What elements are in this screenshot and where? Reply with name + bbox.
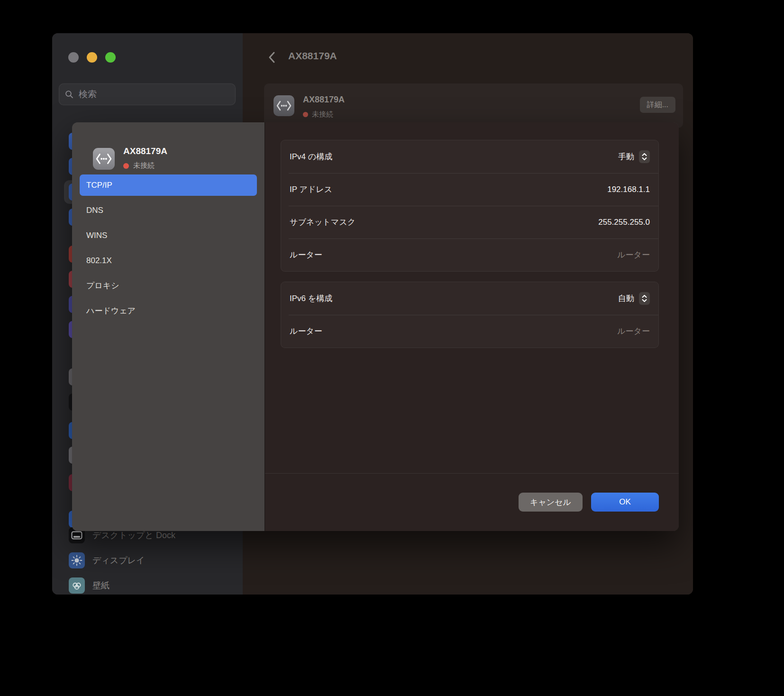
- subnet-mask-row: サブネットマスク 255.255.255.0: [281, 206, 658, 238]
- sidebar-item-label: デスクトップと Dock: [92, 530, 175, 541]
- chevron-left-icon: [268, 51, 275, 64]
- device-status: 未接続: [123, 161, 155, 170]
- device-name: AX88179A: [123, 146, 167, 156]
- details-button[interactable]: 詳細...: [640, 97, 675, 113]
- tcpip-settings-sheet: AX88179A 未接続 TCP/IP DNS WINS 802.1X プロキシ…: [72, 122, 679, 531]
- search-field[interactable]: [59, 83, 236, 105]
- zoom-window-button[interactable]: [105, 52, 116, 63]
- status-text: 未接続: [312, 110, 333, 119]
- ok-button[interactable]: OK: [591, 493, 659, 512]
- ipv6-configure-select[interactable]: 自動: [618, 292, 650, 305]
- popup-stepper-icon: [639, 292, 650, 305]
- display-brightness-icon: [69, 552, 85, 568]
- ipv4-configure-row: IPv4 の構成 手動: [281, 140, 658, 173]
- sheet-nav: TCP/IP DNS WINS 802.1X プロキシ ハードウェア: [80, 174, 257, 325]
- tab-proxies[interactable]: プロキシ: [80, 275, 257, 296]
- ipv4-configure-select[interactable]: 手動: [618, 150, 650, 163]
- wallpaper-icon: [69, 577, 85, 594]
- interface-card: AX88179A 未接続 詳細...: [264, 83, 683, 128]
- sheet-content: IPv4 の構成 手動 IP アドレス: [265, 122, 679, 531]
- ethernet-adapter-icon: [273, 95, 294, 116]
- window-controls: [68, 52, 116, 63]
- sheet-sidebar: AX88179A 未接続 TCP/IP DNS WINS 802.1X プロキシ…: [72, 122, 265, 531]
- ethernet-adapter-icon: [93, 148, 115, 170]
- ipv6-router-row: ルーター ルーター: [281, 315, 658, 348]
- subnet-mask-field[interactable]: 255.255.255.0: [598, 218, 650, 227]
- sidebar-bottom-rows: デスクトップと Dock ディスプレイ: [52, 522, 243, 595]
- tab-dns[interactable]: DNS: [80, 200, 257, 221]
- sheet-footer: キャンセル OK: [265, 473, 679, 531]
- ipv6-router-label: ルーター: [290, 326, 322, 337]
- cancel-button[interactable]: キャンセル: [519, 493, 583, 512]
- ipv6-router-field[interactable]: ルーター: [617, 326, 650, 337]
- status-dot-icon: [303, 112, 308, 117]
- status-text: 未接続: [133, 161, 155, 170]
- tab-tcpip[interactable]: TCP/IP: [80, 174, 257, 196]
- system-settings-window: デスクトップと Dock ディスプレイ: [52, 33, 693, 595]
- tab-wins[interactable]: WINS: [80, 225, 257, 246]
- sidebar-item-display[interactable]: ディスプレイ: [52, 548, 243, 573]
- status-dot-icon: [123, 163, 129, 169]
- sidebar-item-wallpaper[interactable]: 壁紙: [52, 573, 243, 595]
- ipv4-configure-label: IPv4 の構成: [290, 151, 332, 162]
- interface-name: AX88179A: [303, 95, 345, 105]
- back-button[interactable]: [264, 49, 279, 65]
- ipv6-configure-row: IPv6 を構成 自動: [281, 282, 658, 315]
- ipv4-router-field[interactable]: ルーター: [617, 249, 650, 260]
- popup-stepper-icon: [639, 150, 650, 163]
- ip-address-field[interactable]: 192.168.1.1: [607, 185, 650, 194]
- sidebar-item-label: ディスプレイ: [92, 555, 145, 566]
- tab-hardware[interactable]: ハードウェア: [80, 300, 257, 321]
- tab-8021x[interactable]: 802.1X: [80, 250, 257, 271]
- ipv4-configure-value: 手動: [618, 151, 634, 162]
- sidebar-item-label: 壁紙: [92, 580, 109, 591]
- page-title: AX88179A: [288, 50, 337, 62]
- search-input[interactable]: [78, 89, 229, 100]
- ipv4-router-row: ルーター ルーター: [281, 238, 658, 271]
- search-icon: [65, 90, 73, 99]
- minimize-window-button[interactable]: [87, 52, 97, 63]
- ip-address-label: IP アドレス: [290, 184, 332, 195]
- interface-status: 未接続: [303, 110, 333, 119]
- close-window-button[interactable]: [68, 52, 79, 63]
- subnet-mask-label: サブネットマスク: [290, 217, 356, 228]
- ipv4-router-label: ルーター: [290, 249, 322, 260]
- ip-address-row: IP アドレス 192.168.1.1: [281, 173, 658, 206]
- ipv4-group: IPv4 の構成 手動 IP アドレス: [281, 140, 659, 272]
- ipv6-group: IPv6 を構成 自動 ルーター ルー: [281, 282, 659, 348]
- ipv6-configure-label: IPv6 を構成: [290, 293, 332, 304]
- ipv6-configure-value: 自動: [618, 293, 634, 304]
